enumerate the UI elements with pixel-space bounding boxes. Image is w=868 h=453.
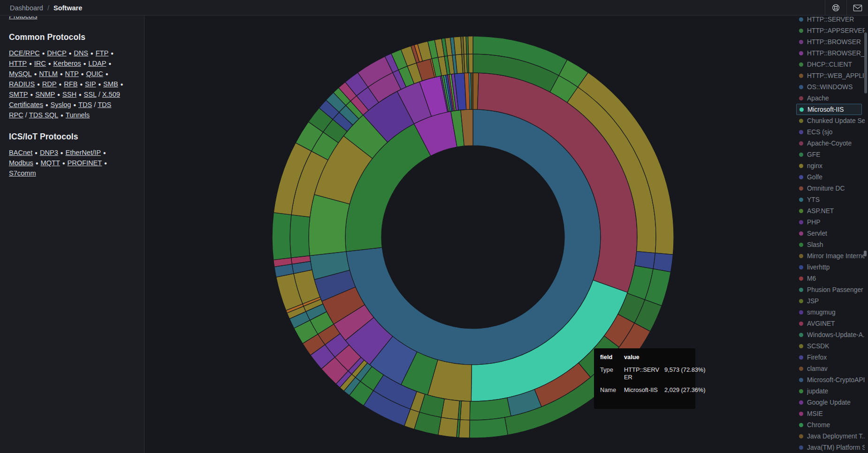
legend-item[interactable]: Omniture DC <box>796 183 865 194</box>
legend-dot-icon <box>799 254 803 258</box>
tooltip-row-stat: 9,573 (72.83%) <box>664 366 706 381</box>
legend-item[interactable]: Mirror Image Internet <box>796 250 865 261</box>
legend-item[interactable]: Servlet <box>796 228 865 239</box>
breadcrumb-dashboard-link[interactable]: Dashboard <box>10 4 43 12</box>
protocol-link[interactable]: MySQL <box>9 70 32 77</box>
protocol-link[interactable]: NTP <box>65 70 79 77</box>
tooltip-row-value: HTTP::SERVER <box>624 366 661 381</box>
protocol-link[interactable]: NTLM <box>39 70 58 77</box>
sunburst-segment[interactable] <box>454 37 462 55</box>
legend-item[interactable]: Slash <box>796 239 865 250</box>
protocol-link[interactable]: HTTP <box>9 60 27 67</box>
legend-item[interactable]: jupdate <box>796 385 865 397</box>
legend-item[interactable]: OS::WINDOWS <box>796 81 865 92</box>
legend-item[interactable]: Java(TM) Platform SE <box>796 442 865 453</box>
legend-item[interactable]: Microsoft-CryptoAPI <box>796 374 865 385</box>
protocol-link[interactable]: RADIUS <box>9 80 35 88</box>
sunburst-segment[interactable] <box>272 213 291 260</box>
legend-item[interactable]: HTTP::BROWSER <box>796 36 865 47</box>
protocol-link[interactable]: QUIC <box>86 70 103 77</box>
protocol-link[interactable]: SMTP <box>9 91 28 98</box>
protocol-link[interactable]: TDS SQL <box>29 111 58 119</box>
legend-item[interactable]: HTTP::APPSERVER <box>796 25 865 36</box>
protocol-link[interactable]: BACnet <box>9 149 32 156</box>
legend-item[interactable]: nginx <box>796 160 865 171</box>
legend-item[interactable]: Chunked Update Se... <box>796 115 865 126</box>
legend-item[interactable]: Google Update <box>796 397 865 408</box>
legend-item[interactable]: YTS <box>796 194 865 205</box>
legend-item[interactable]: GFE <box>796 149 865 160</box>
legend-item[interactable]: SCSDK <box>796 340 865 352</box>
sunburst-segment[interactable] <box>438 417 458 438</box>
help-icon[interactable] <box>825 0 846 15</box>
protocol-link[interactable]: DNP3 <box>40 149 58 156</box>
legend-label: HTTP::BROWSER_P... <box>807 50 865 57</box>
top-bar: Dashboard / Software <box>0 0 868 15</box>
legend-item[interactable]: HTTP::BROWSER_P... <box>796 47 865 59</box>
scrollbar-mark[interactable] <box>864 251 867 256</box>
sunburst-segment[interactable] <box>471 73 473 109</box>
legend-item[interactable]: liverhttp <box>796 261 865 273</box>
protocol-link[interactable]: DNS <box>74 49 88 57</box>
sunburst-segment[interactable] <box>460 401 470 420</box>
legend-item[interactable]: DHCP::CLIENT <box>796 59 865 70</box>
legend-item[interactable]: clamav <box>796 363 865 374</box>
legend-item[interactable]: Java Deployment T... <box>796 430 865 442</box>
protocol-link[interactable]: SMB <box>103 80 118 88</box>
sunburst-segment[interactable] <box>290 215 310 258</box>
scrollbar-thumb[interactable] <box>864 32 867 93</box>
legend-item[interactable]: ECS (sjo <box>796 126 865 138</box>
sunburst-segment[interactable] <box>469 54 473 73</box>
protocol-link[interactable]: DCE/RPC <box>9 49 40 57</box>
bullet-separator-icon: ● <box>58 113 66 118</box>
protocol-link[interactable]: IRC <box>34 60 46 67</box>
protocol-link[interactable]: FTP <box>96 49 109 57</box>
mail-icon[interactable] <box>847 0 868 15</box>
legend-dot-icon <box>799 17 803 22</box>
sunburst-segment[interactable] <box>309 194 350 255</box>
legend-item-selected[interactable]: Microsoft-IIS <box>796 104 862 115</box>
protocol-link[interactable]: EtherNet/IP <box>65 149 100 156</box>
legend-item[interactable]: Apache <box>796 92 865 104</box>
legend-item[interactable]: PHP <box>796 216 865 228</box>
protocol-link[interactable]: SSL <box>84 91 97 98</box>
legend-dot-icon <box>799 29 803 33</box>
legend-item[interactable]: Firefox <box>796 352 865 363</box>
legend-item[interactable]: ASP.NET <box>796 205 865 216</box>
protocol-link[interactable]: TDS <box>78 101 92 108</box>
protocol-link[interactable]: MQTT <box>41 159 60 167</box>
clipped-link[interactable]: Protocols <box>9 16 51 21</box>
legend-item[interactable]: Golfe <box>796 171 865 183</box>
sunburst-segment[interactable] <box>470 417 508 438</box>
protocol-link[interactable]: SIP <box>85 80 96 88</box>
sunburst-segment[interactable] <box>468 36 473 54</box>
legend-item[interactable]: smugmug <box>796 307 865 318</box>
legend-item[interactable]: JSP <box>796 295 865 307</box>
protocol-link[interactable]: Syslog <box>51 101 71 108</box>
protocol-link[interactable]: S7comm <box>9 169 36 177</box>
protocol-link[interactable]: Modbus <box>9 159 33 167</box>
bullet-separator-icon: ● <box>71 102 78 107</box>
page-scrollbar[interactable] <box>864 15 868 453</box>
legend-item[interactable]: M6 <box>796 273 865 284</box>
protocol-link[interactable]: PROFINET <box>67 159 102 167</box>
protocol-link[interactable]: RDP <box>42 80 57 88</box>
legend-item[interactable]: Chrome <box>796 419 865 430</box>
legend-item[interactable]: Apache-Coyote <box>796 138 865 149</box>
protocol-link[interactable]: SSH <box>62 91 76 98</box>
legend-item[interactable]: AVGINET <box>796 318 865 329</box>
legend-label: Slash <box>807 241 823 248</box>
legend-item[interactable]: HTTP::WEB_APPLIC... <box>796 70 865 81</box>
protocol-link[interactable]: Tunnels <box>66 111 90 119</box>
legend-item[interactable]: Windows-Update-A... <box>796 329 865 340</box>
legend-item[interactable]: MSIE <box>796 408 865 419</box>
protocol-link[interactable]: SNMP <box>35 91 55 98</box>
legend-item[interactable]: Phusion Passenger ... <box>796 284 865 295</box>
protocol-link[interactable]: DHCP <box>47 49 66 57</box>
protocol-link[interactable]: RFB <box>64 80 77 88</box>
protocol-link[interactable]: Kerberos <box>53 60 81 67</box>
sunburst-segment[interactable] <box>470 398 511 420</box>
legend-item[interactable]: HTTP::SERVER <box>796 15 865 25</box>
protocol-link[interactable]: LDAP <box>88 60 106 67</box>
sunburst-segment[interactable] <box>459 420 470 438</box>
